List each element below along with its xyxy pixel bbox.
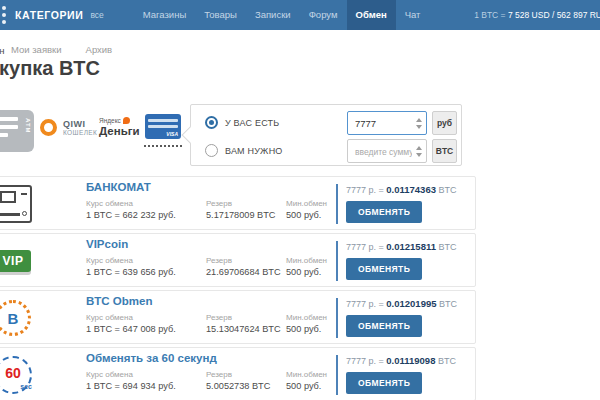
rate-label: Курс обмена bbox=[86, 313, 133, 322]
qiwi-ring-icon bbox=[40, 119, 57, 136]
tab-archive[interactable]: Архив bbox=[86, 44, 113, 55]
exchanger-row-vipcoin: VIP VIPcoin Курс обмена Резерв Мин.обмен… bbox=[0, 233, 476, 287]
you-have-label[interactable]: У ВАС ЕСТЬ bbox=[225, 118, 279, 128]
result-divider bbox=[336, 355, 338, 395]
currency-unit-rub: руб bbox=[432, 111, 457, 135]
vipcoin-logo-icon: VIP bbox=[0, 238, 37, 284]
payment-visa-selected[interactable]: VISA bbox=[144, 114, 182, 147]
min-label: Мин.обмен bbox=[286, 256, 327, 265]
need-amount-input[interactable] bbox=[347, 139, 427, 163]
radio-you-need[interactable] bbox=[205, 144, 218, 157]
menu-item-chat[interactable]: Чат bbox=[396, 0, 430, 30]
rate-label: Курс обмена bbox=[86, 370, 133, 379]
need-amount-stepper[interactable] bbox=[416, 146, 422, 157]
qiwi-sublabel: КОШЕЛЕК bbox=[63, 129, 97, 136]
rate-value: 1 BTC = 694 934 руб. bbox=[86, 381, 176, 391]
currency-unit-btc: BTC bbox=[432, 139, 457, 163]
reserve-label: Резерв bbox=[206, 199, 232, 208]
visa-card-icon: VISA bbox=[145, 114, 181, 139]
atm-label: ATM bbox=[25, 118, 31, 134]
top-nav-bar: КАТЕГОРИИ все Магазины Товары Записки Фо… bbox=[0, 0, 600, 30]
min-value: 500 руб. bbox=[286, 324, 321, 334]
exchange-tabs: ен Мои заявки Архив bbox=[0, 42, 136, 56]
tab-clipped-exchange[interactable]: ен bbox=[0, 40, 11, 58]
payment-yandex-money-icon[interactable]: Яндекс Деньги bbox=[99, 117, 140, 137]
conversion-result: 7777 р. = 0.01119098 BTC bbox=[346, 355, 456, 366]
amount-input[interactable] bbox=[347, 111, 427, 135]
min-value: 500 руб. bbox=[286, 381, 321, 391]
yandex-money-label: Деньги bbox=[99, 125, 140, 137]
amount-stepper[interactable] bbox=[416, 118, 422, 129]
sixty-seconds-logo-icon: 60sec bbox=[0, 352, 37, 398]
result-divider bbox=[336, 241, 338, 281]
exchanger-name-link[interactable]: BTC Obmen bbox=[86, 295, 152, 307]
exchanger-row-btc-obmen: B BTC Obmen Курс обмена Резерв Мин.обмен… bbox=[0, 290, 476, 344]
radio-you-have[interactable] bbox=[205, 116, 218, 129]
menu-item-shops[interactable]: Магазины bbox=[134, 0, 195, 30]
payment-qiwi-icon[interactable]: QIWI КОШЕЛЕК bbox=[40, 119, 97, 136]
payment-atm-icon[interactable]: ATM bbox=[0, 110, 34, 152]
menu-item-goods[interactable]: Товары bbox=[195, 0, 246, 30]
page-title: купка BTC bbox=[0, 57, 100, 80]
min-label: Мин.обмен bbox=[286, 313, 327, 322]
reserve-value: 5.0052738 BTC bbox=[206, 381, 270, 391]
qiwi-label: QIWI bbox=[63, 119, 97, 129]
amount-calculator: У ВАС ЕСТЬ руб ВАМ НУЖНО BTC bbox=[190, 104, 462, 166]
reserve-value: 15.13047624 BTC bbox=[206, 324, 281, 334]
menu-item-forum[interactable]: Форум bbox=[300, 0, 347, 30]
yandex-label: Яндекс bbox=[99, 117, 121, 124]
rate-label: Курс обмена bbox=[86, 256, 133, 265]
screen: КАТЕГОРИИ все Магазины Товары Записки Фо… bbox=[0, 0, 600, 400]
visa-label: VISA bbox=[166, 131, 178, 137]
reserve-label: Резерв bbox=[206, 256, 232, 265]
exchanger-name-link[interactable]: Обменять за 60 секунд bbox=[86, 352, 217, 364]
min-label: Мин.обмен bbox=[286, 199, 327, 208]
main-menu: Магазины Товары Записки Форум Обмен Чат bbox=[134, 0, 430, 30]
exchange-button[interactable]: ОБМЕНЯТЬ bbox=[346, 258, 422, 280]
reserve-value: 21.69706684 BTC bbox=[206, 267, 281, 277]
rate-value: 1 BTC = 662 232 руб. bbox=[86, 210, 176, 220]
exchange-button[interactable]: ОБМЕНЯТЬ bbox=[346, 315, 422, 337]
tab-my-requests[interactable]: Мои заявки bbox=[11, 44, 62, 55]
result-divider bbox=[336, 298, 338, 338]
rate-value: 1 BTC = 639 656 руб. bbox=[86, 267, 176, 277]
reserve-label: Резерв bbox=[206, 313, 232, 322]
reserve-label: Резерв bbox=[206, 370, 232, 379]
reserve-value: 5.17178009 BTC bbox=[206, 210, 275, 220]
min-value: 500 руб. bbox=[286, 210, 321, 220]
exchanger-row-60-seconds: 60sec Обменять за 60 секунд Курс обмена … bbox=[0, 347, 476, 400]
yandex-dot-icon bbox=[123, 117, 130, 124]
exchanger-list: БАНКОМАТ Курс обмена Резерв Мин.обмен 1 … bbox=[0, 176, 476, 400]
min-label: Мин.обмен bbox=[286, 370, 327, 379]
min-value: 500 руб. bbox=[286, 267, 321, 277]
rate-label: Курс обмена bbox=[86, 199, 133, 208]
result-btc-amount: 0.01119098 bbox=[386, 355, 435, 366]
menu-item-notes[interactable]: Записки bbox=[246, 0, 300, 30]
brand-all-link[interactable]: все bbox=[90, 10, 103, 20]
result-btc-amount: 0.01215811 bbox=[386, 241, 436, 252]
ticker-prefix: 1 BTC = bbox=[474, 10, 505, 20]
visa-selected-underline bbox=[144, 145, 182, 147]
ticker-value: 7 528 USD / 562 897 RU bbox=[508, 10, 600, 20]
menu-item-exchange[interactable]: Обмен bbox=[347, 0, 396, 30]
conversion-result: 7777 р. = 0.01174363 BTC bbox=[346, 184, 456, 195]
exchange-button[interactable]: ОБМЕНЯТЬ bbox=[346, 372, 422, 394]
exchange-button[interactable]: ОБМЕНЯТЬ bbox=[346, 201, 422, 223]
result-divider bbox=[336, 184, 338, 224]
exchanger-name-link[interactable]: VIPcoin bbox=[86, 238, 128, 250]
exchanger-name-link[interactable]: БАНКОМАТ bbox=[86, 181, 151, 193]
exchanger-row-bankomat: БАНКОМАТ Курс обмена Резерв Мин.обмен 1 … bbox=[0, 176, 476, 230]
result-btc-amount: 0.01201995 bbox=[386, 298, 436, 309]
result-btc-amount: 0.01174363 bbox=[386, 184, 436, 195]
you-need-label[interactable]: ВАМ НУЖНО bbox=[225, 146, 283, 156]
conversion-result: 7777 р. = 0.01215811 BTC bbox=[346, 241, 456, 252]
brand-categories[interactable]: КАТЕГОРИИ bbox=[15, 9, 83, 21]
conversion-result: 7777 р. = 0.01201995 BTC bbox=[346, 298, 457, 309]
categories-grid-icon[interactable] bbox=[2, 6, 6, 24]
btc-rate-ticker: 1 BTC = 7 528 USD / 562 897 RU bbox=[474, 0, 600, 30]
bankomat-logo-icon bbox=[0, 181, 37, 227]
rate-value: 1 BTC = 647 008 руб. bbox=[86, 324, 176, 334]
btc-obmen-logo-icon: B bbox=[0, 295, 37, 341]
